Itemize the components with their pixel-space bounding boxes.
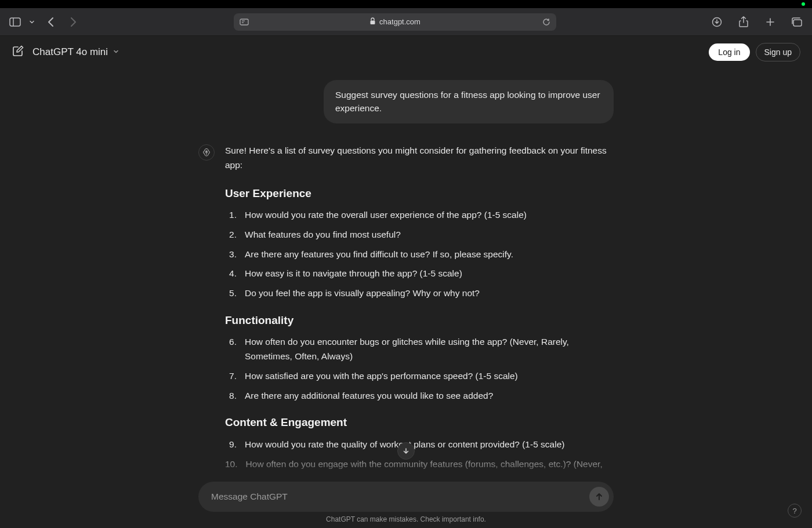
list-item-number: 4. — [225, 267, 237, 281]
macos-menubar — [0, 0, 812, 8]
composer — [198, 482, 614, 512]
list-item-text: What features do you find most useful? — [245, 228, 401, 242]
sidebar-toggle-icon[interactable] — [8, 15, 22, 29]
list-item-text: Do you feel the app is visually appealin… — [245, 286, 480, 301]
svg-rect-7 — [793, 20, 802, 26]
chatgpt-app: ChatGPT 4o mini Log in Sign up Suggest s… — [0, 36, 812, 528]
new-tab-icon[interactable] — [763, 15, 777, 29]
question-list: 1.How would you rate the overall user ex… — [225, 208, 614, 301]
address-bar[interactable]: chatgpt.com — [234, 13, 556, 31]
back-button[interactable] — [44, 15, 58, 29]
user-message-bubble: Suggest survey questions for a fitness a… — [324, 80, 614, 123]
list-item-text: How often do you engage with the communi… — [246, 457, 603, 472]
downloads-icon[interactable] — [710, 15, 724, 29]
section-heading: User Experience — [225, 184, 614, 202]
list-item-number: 1. — [225, 208, 237, 223]
question-list: 6.How often do you encounter bugs or gli… — [225, 335, 614, 403]
list-item-number: 8. — [225, 389, 237, 403]
list-item: 1.How would you rate the overall user ex… — [225, 208, 614, 223]
svg-rect-5 — [371, 20, 375, 24]
tab-overview-icon[interactable] — [790, 15, 804, 29]
list-item-text: Are there any features you find difficul… — [245, 247, 513, 262]
signup-button[interactable]: Sign up — [756, 43, 800, 61]
app-header: ChatGPT 4o mini Log in Sign up — [0, 36, 812, 68]
camera-indicator-dot — [802, 2, 805, 6]
list-item: 3.Are there any features you find diffic… — [225, 247, 614, 262]
tab-group-chevron-icon[interactable] — [28, 15, 36, 29]
list-item-number: 3. — [225, 247, 237, 262]
scroll-to-bottom-button[interactable] — [397, 442, 415, 460]
list-item: 8.Are there any additional features you … — [225, 389, 614, 403]
list-item: 2.What features do you find most useful? — [225, 228, 614, 242]
list-item: 4.How easy is it to navigate through the… — [225, 267, 614, 281]
list-item-text: How often do you encounter bugs or glitc… — [245, 335, 614, 364]
lock-icon — [369, 17, 376, 27]
svg-rect-0 — [10, 18, 20, 26]
assistant-intro: Sure! Here's a list of survey questions … — [225, 143, 614, 173]
safari-toolbar: chatgpt.com — [0, 8, 812, 36]
list-item-number: 10. — [225, 457, 238, 472]
model-label: ChatGPT 4o mini — [32, 46, 108, 58]
forward-button[interactable] — [66, 15, 80, 29]
model-switcher[interactable]: ChatGPT 4o mini — [32, 46, 119, 58]
list-item-number: 6. — [225, 335, 237, 364]
list-item-text: How would you rate the overall user expe… — [245, 208, 527, 223]
assistant-message: Sure! Here's a list of survey questions … — [198, 143, 614, 477]
list-item-number: 2. — [225, 228, 237, 242]
list-item-text: How satisfied are you with the app's per… — [245, 369, 518, 384]
list-item: 7.How satisfied are you with the app's p… — [225, 369, 614, 384]
send-button[interactable] — [589, 487, 609, 507]
list-item-text: How easy is it to navigate through the a… — [245, 267, 462, 281]
share-icon[interactable] — [737, 15, 751, 29]
question-list: 9.How would you rate the quality of work… — [225, 438, 614, 472]
list-item: 10.How often do you engage with the comm… — [225, 457, 614, 472]
assistant-avatar-icon — [198, 144, 215, 161]
svg-rect-2 — [240, 19, 248, 25]
login-button[interactable]: Log in — [709, 43, 749, 61]
list-item-number: 7. — [225, 369, 237, 384]
reload-icon[interactable] — [542, 18, 550, 26]
list-item-number: 5. — [225, 286, 237, 301]
chevron-down-icon — [113, 46, 119, 58]
list-item-number: 9. — [225, 438, 237, 452]
site-settings-icon[interactable] — [240, 18, 249, 26]
message-input[interactable] — [211, 491, 589, 502]
section-heading: Functionality — [225, 311, 614, 329]
list-item: 5.Do you feel the app is visually appeal… — [225, 286, 614, 301]
new-chat-icon[interactable] — [12, 45, 24, 60]
composer-wrap — [0, 482, 812, 512]
section-heading: Content & Engagement — [225, 413, 614, 431]
url-host: chatgpt.com — [379, 17, 420, 26]
list-item: 9.How would you rate the quality of work… — [225, 438, 614, 452]
disclaimer-text: ChatGPT can make mistakes. Check importa… — [0, 515, 812, 523]
list-item: 6.How often do you encounter bugs or gli… — [225, 335, 614, 364]
list-item-text: Are there any additional features you wo… — [245, 389, 493, 403]
